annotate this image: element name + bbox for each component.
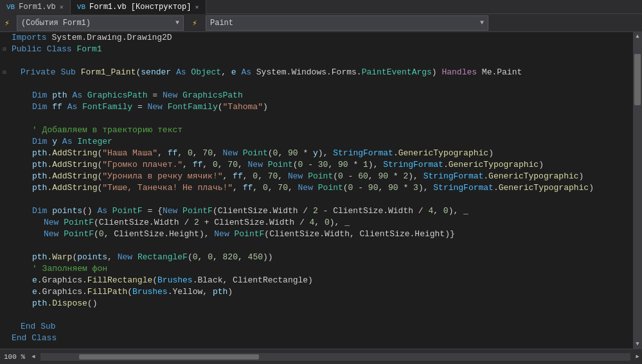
method-dropdown[interactable]: Paint ▼ xyxy=(206,15,488,31)
code-line-17: New PointF(ClientSize.Width / 2 + Client… xyxy=(0,217,633,229)
code-line-2: ⊟ Public Class Form1 xyxy=(0,44,633,55)
code-line-26: End Sub xyxy=(0,321,633,333)
right-dropdown-icon: ⚡ xyxy=(188,16,202,30)
scroll-down-arrow[interactable]: ▼ xyxy=(633,340,642,349)
zoom-decrease[interactable]: ◄ xyxy=(29,352,38,361)
code-line-19 xyxy=(0,240,633,252)
code-line-12: pth.AddString("Громко плачет.", ff, 0, 7… xyxy=(0,159,633,171)
code-line-13: pth.AddString("Уронила в речку мячик!", … xyxy=(0,171,633,182)
code-line-3 xyxy=(0,55,633,67)
events-dropdown[interactable]: (События Form1) ▼ xyxy=(17,15,184,31)
code-line-20: pth.Warp(points, New RectangleF(0, 0, 82… xyxy=(0,252,633,263)
code-line-24: pth.Dispose() xyxy=(0,298,633,309)
tab-form1vb[interactable]: VB Form1.vb ✕ xyxy=(0,0,71,14)
editor-container: Imports System.Drawing.Drawing2D ⊟ Publi… xyxy=(0,32,642,349)
scroll-up-arrow[interactable]: ▲ xyxy=(633,32,642,41)
code-lines: Imports System.Drawing.Drawing2D ⊟ Publi… xyxy=(0,32,633,344)
code-line-6: Dim pth As GraphicsPath = New GraphicsPa… xyxy=(0,90,633,101)
horizontal-scrollbar[interactable] xyxy=(40,353,630,361)
vb-file-icon-2: VB xyxy=(77,3,85,11)
code-line-27: End Class xyxy=(0,333,633,344)
code-line-10: Dim y As Integer xyxy=(0,136,633,148)
zoom-label: 100 % xyxy=(0,353,29,361)
code-line-7: Dim ff As FontFamily = New FontFamily("T… xyxy=(0,101,633,113)
code-line-8 xyxy=(0,113,633,125)
toolbar-row: ⚡ (События Form1) ▼ ⚡ Paint ▼ xyxy=(0,14,642,32)
code-line-25 xyxy=(0,309,633,321)
left-dropdown-icon: ⚡ xyxy=(0,16,14,30)
code-line-16: Dim points() As PointF = {New PointF(Cli… xyxy=(0,205,633,217)
code-line-1: Imports System.Drawing.Drawing2D xyxy=(0,32,633,44)
code-line-21: ' Заполняем фон xyxy=(0,263,633,275)
code-line-22: e.Graphics.FillRectangle(Brushes.Black, … xyxy=(0,275,633,286)
collapse-arrow-class[interactable]: ⊟ xyxy=(3,44,6,55)
collapse-arrow-sub[interactable]: ⊟ xyxy=(3,67,6,78)
code-line-18: New PointF(0, ClientSize.Height), New Po… xyxy=(0,229,633,240)
close-tab-2[interactable]: ✕ xyxy=(195,3,199,11)
vb-file-icon: VB xyxy=(6,3,15,11)
vertical-scrollbar[interactable]: ▲ ▼ xyxy=(633,32,642,349)
tab-form1vb-designer[interactable]: VB Form1.vb [Конструктор] ✕ xyxy=(71,0,206,14)
close-tab-1[interactable]: ✕ xyxy=(60,3,64,11)
chevron-down-icon-2: ▼ xyxy=(480,19,484,26)
code-area[interactable]: Imports System.Drawing.Drawing2D ⊟ Publi… xyxy=(0,32,633,349)
title-bar: VB Form1.vb ✕ VB Form1.vb [Конструктор] … xyxy=(0,0,642,14)
code-line-5 xyxy=(0,78,633,90)
chevron-down-icon: ▼ xyxy=(175,19,179,26)
code-line-23: e.Graphics.FillPath(Brushes.Yellow, pth) xyxy=(0,286,633,298)
scroll-thumb[interactable] xyxy=(634,54,641,105)
code-line-11: pth.AddString("Наша Маша", ff, 0, 70, Ne… xyxy=(0,148,633,159)
hscroll-thumb[interactable] xyxy=(79,354,259,360)
code-line-4: ⊟ Private Sub Form1_Paint(sender As Obje… xyxy=(0,67,633,78)
code-line-9: ' Добавляем в траекторию текст xyxy=(0,125,633,136)
code-line-14: pth.AddString("Тише, Танечка! Не плачь!"… xyxy=(0,182,633,194)
code-line-15 xyxy=(0,194,633,205)
scroll-right-btn[interactable]: ► xyxy=(633,352,642,361)
bottom-bar: 100 % ◄ ► xyxy=(0,349,642,364)
